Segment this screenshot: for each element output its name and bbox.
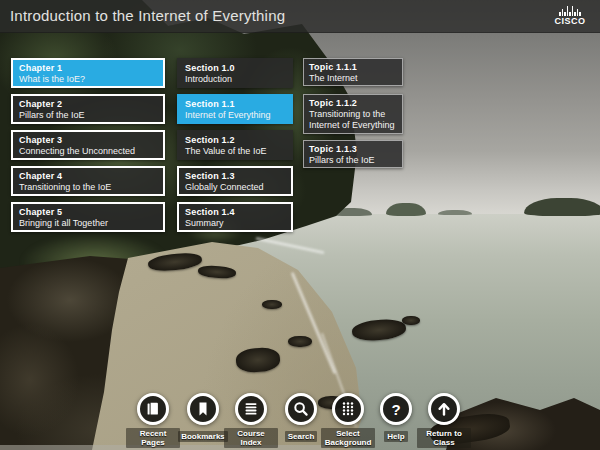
bookmark-icon [194, 400, 212, 418]
topic-item-1-1-3[interactable]: Topic 1.1.3 Pillars of the IoE [303, 140, 403, 168]
chapter-title: Chapter 4 [19, 171, 157, 182]
topic-title: Topic 1.1.2 [309, 98, 397, 109]
horizon-island [438, 210, 472, 215]
list-icon [242, 400, 260, 418]
dots-grid-icon [339, 400, 357, 418]
section-subtitle: Summary [185, 218, 285, 229]
chapter-item-1[interactable]: Chapter 1 What is the IoE? [11, 58, 165, 88]
section-item-1-1[interactable]: Section 1.1 Internet of Everything [177, 94, 293, 124]
beach-rock [262, 300, 282, 309]
section-item-1-4[interactable]: Section 1.4 Summary [177, 202, 293, 232]
header-bar: Introduction to the Internet of Everythi… [0, 0, 600, 33]
course-navigation-screen: Introduction to the Internet of Everythi… [0, 0, 600, 450]
chapter-title: Chapter 3 [19, 135, 157, 146]
horizon-island [524, 198, 600, 216]
chapter-title: Chapter 5 [19, 207, 157, 218]
section-subtitle: Internet of Everything [185, 110, 285, 121]
page-title: Introduction to the Internet of Everythi… [10, 8, 285, 24]
question-icon: ? [391, 402, 400, 417]
section-title: Section 1.2 [185, 135, 285, 146]
chapter-subtitle: Connecting the Unconnected [19, 146, 157, 157]
cisco-bars-icon [552, 6, 588, 16]
topic-item-1-1-2[interactable]: Topic 1.1.2 Transitioning to the Interne… [303, 94, 403, 134]
topic-subtitle: Pillars of the IoE [309, 155, 397, 166]
chapter-item-5[interactable]: Chapter 5 Bringing it all Together [11, 202, 165, 232]
chapter-subtitle: Pillars of the IoE [19, 110, 157, 121]
section-title: Section 1.4 [185, 207, 285, 218]
chapter-item-3[interactable]: Chapter 3 Connecting the Unconnected [11, 130, 165, 160]
chapter-title: Chapter 2 [19, 99, 157, 110]
toolbar-label: Return to Class [417, 428, 471, 448]
section-item-1-3[interactable]: Section 1.3 Globally Connected [177, 166, 293, 196]
chapter-item-4[interactable]: Chapter 4 Transitioning to the IoE [11, 166, 165, 196]
topic-subtitle: Transitioning to the Internet of Everyth… [309, 109, 397, 131]
chapter-subtitle: Bringing it all Together [19, 218, 157, 229]
section-title: Section 1.0 [185, 63, 285, 74]
cisco-logo: CISCO [552, 6, 588, 27]
chapter-item-2[interactable]: Chapter 2 Pillars of the IoE [11, 94, 165, 124]
topic-subtitle: The Internet [309, 73, 397, 84]
horizon-island [386, 203, 426, 216]
section-title: Section 1.3 [185, 171, 285, 182]
chapter-title: Chapter 1 [19, 63, 157, 74]
beach-rock [288, 336, 312, 347]
topic-title: Topic 1.1.1 [309, 62, 397, 73]
cisco-wordmark: CISCO [552, 16, 588, 27]
beach-rock [402, 316, 420, 325]
section-subtitle: The Value of the IoE [185, 146, 285, 157]
section-subtitle: Introduction [185, 74, 285, 85]
book-icon [144, 400, 162, 418]
toolbar-item-return-to-class[interactable]: Return to Class [404, 393, 484, 449]
topic-item-1-1-1[interactable]: Topic 1.1.1 The Internet [303, 58, 403, 86]
section-subtitle: Globally Connected [185, 182, 285, 193]
return-to-class-button[interactable] [428, 393, 460, 425]
section-title: Section 1.1 [185, 99, 285, 110]
chapter-subtitle: Transitioning to the IoE [19, 182, 157, 193]
topic-title: Topic 1.1.3 [309, 144, 397, 155]
arrow-up-icon [435, 400, 453, 418]
chapter-subtitle: What is the IoE? [19, 74, 157, 85]
section-item-1-2[interactable]: Section 1.2 The Value of the IoE [177, 130, 293, 160]
section-item-1-0[interactable]: Section 1.0 Introduction [177, 58, 293, 88]
